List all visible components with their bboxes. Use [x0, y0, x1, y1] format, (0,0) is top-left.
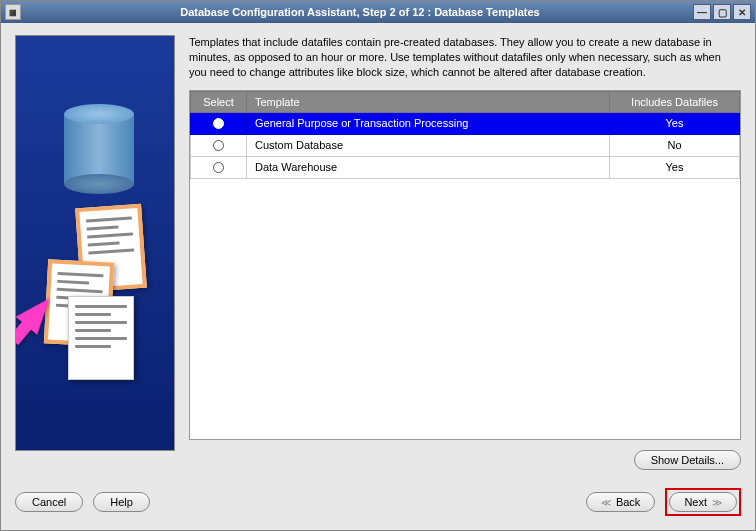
app-icon: ▦: [5, 4, 21, 20]
table-row[interactable]: General Purpose or Transaction Processin…: [191, 112, 740, 134]
minimize-button[interactable]: —: [693, 4, 711, 20]
table-row[interactable]: Custom Database No: [191, 134, 740, 156]
chevron-right-icon: ≫: [712, 497, 722, 508]
maximize-button[interactable]: ▢: [713, 4, 731, 20]
table-empty-area: [190, 179, 740, 439]
wizard-illustration: [15, 35, 175, 451]
next-button[interactable]: Next ≫: [669, 492, 737, 512]
template-radio[interactable]: [213, 140, 224, 151]
template-name: Custom Database: [247, 134, 610, 156]
template-name: Data Warehouse: [247, 156, 610, 178]
database-cylinder-icon: [64, 104, 134, 184]
back-label: Back: [616, 496, 640, 508]
next-label: Next: [684, 496, 707, 508]
templates-table: Select Template Includes Datafiles Gener…: [189, 90, 741, 440]
cancel-button[interactable]: Cancel: [15, 492, 83, 512]
wizard-window: ▦ Database Configuration Assistant, Step…: [0, 0, 756, 531]
template-page-icon: [68, 296, 134, 380]
footer-buttons: Cancel Help ≪ Back Next ≫: [1, 482, 755, 530]
show-details-button[interactable]: Show Details...: [634, 450, 741, 470]
window-title: Database Configuration Assistant, Step 2…: [27, 6, 693, 18]
next-highlight-box: Next ≫: [665, 488, 741, 516]
content-area: Templates that include datafiles contain…: [1, 23, 755, 482]
titlebar: ▦ Database Configuration Assistant, Step…: [1, 1, 755, 23]
help-button[interactable]: Help: [93, 492, 150, 512]
back-button[interactable]: ≪ Back: [586, 492, 655, 512]
template-name: General Purpose or Transaction Processin…: [247, 112, 610, 134]
includes-datafiles: No: [610, 134, 740, 156]
description-text: Templates that include datafiles contain…: [189, 35, 741, 80]
close-button[interactable]: ✕: [733, 4, 751, 20]
main-panel: Templates that include datafiles contain…: [189, 35, 741, 474]
includes-datafiles: Yes: [610, 156, 740, 178]
detail-button-row: Show Details...: [189, 440, 741, 474]
col-header-template: Template: [247, 91, 610, 112]
col-header-includes: Includes Datafiles: [610, 91, 740, 112]
chevron-left-icon: ≪: [601, 497, 611, 508]
template-radio[interactable]: [213, 118, 224, 129]
includes-datafiles: Yes: [610, 112, 740, 134]
col-header-select: Select: [191, 91, 247, 112]
table-row[interactable]: Data Warehouse Yes: [191, 156, 740, 178]
template-radio[interactable]: [213, 162, 224, 173]
